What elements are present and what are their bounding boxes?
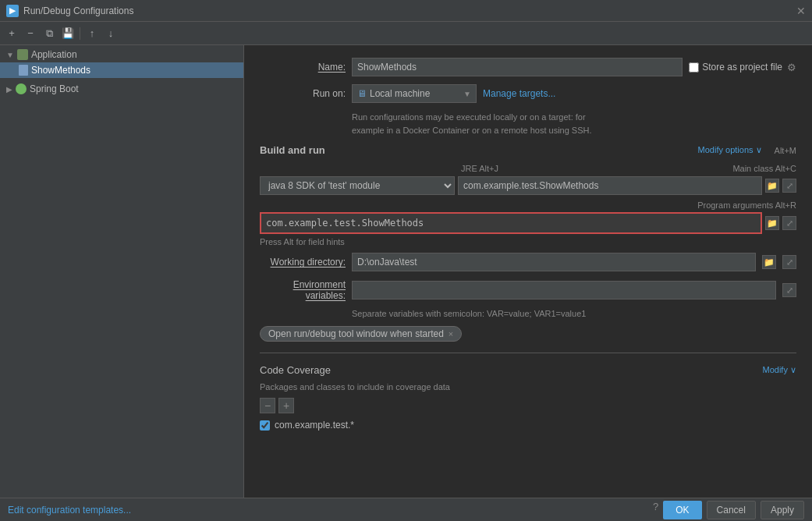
env-vars-label: Environment variables: (260, 279, 346, 301)
store-project-checkbox-label[interactable]: Store as project file (689, 62, 782, 73)
move-down-button[interactable]: ↓ (102, 25, 119, 42)
working-dir-label: Working directory: (260, 257, 346, 268)
env-vars-input[interactable] (352, 281, 776, 299)
add-config-button[interactable]: + (3, 25, 20, 42)
program-args-hint: Program arguments Alt+R (697, 200, 796, 210)
modify-options-hint: Alt+M (775, 146, 796, 155)
bottom-bar: Edit configuration templates... ? OK Can… (0, 498, 812, 521)
remove-config-button[interactable]: − (22, 25, 39, 42)
main-class-hint: Main class Alt+C (732, 164, 796, 175)
manage-targets-link[interactable]: Manage targets... (483, 88, 555, 99)
computer-icon: 🖥 (357, 88, 367, 99)
divider (260, 353, 796, 353)
sidebar-item-springboot[interactable]: ▶ Spring Boot (0, 81, 243, 97)
run-desc-line2: example in a Docker Container or on a re… (352, 126, 592, 135)
run-on-label: Run on: (260, 88, 346, 99)
sidebar-item-showmethods[interactable]: ShowMethods (0, 62, 243, 78)
content-area: Name: Store as project file ⚙ Run on: 🖥 … (244, 45, 812, 498)
coverage-item-checkbox[interactable] (260, 420, 270, 431)
name-input[interactable] (352, 58, 683, 76)
tag-close-button[interactable]: × (449, 329, 453, 338)
build-run-area: JRE Alt+J Main class Alt+C java 8 SDK of… (260, 164, 796, 342)
env-sep-hint: Separate variables with semicolon: VAR=v… (352, 309, 796, 318)
main-class-input[interactable] (458, 176, 762, 195)
toolbar: + − ⧉ 💾 ↑ ↓ (0, 22, 812, 45)
sidebar: ▼ Application ShowMethods ▶ Spring Boot (0, 45, 244, 498)
run-on-value: Local machine (370, 88, 460, 99)
save-config-button[interactable]: 💾 (59, 25, 76, 42)
build-run-title: Build and run (260, 144, 325, 156)
sidebar-springboot-label: Spring Boot (30, 83, 79, 94)
coverage-remove-button[interactable]: − (260, 398, 275, 413)
program-args-input[interactable] (260, 212, 762, 234)
store-as-project-row: Store as project file ⚙ (689, 62, 796, 73)
help-icon[interactable]: ? (653, 501, 658, 519)
cancel-button[interactable]: Cancel (707, 501, 756, 519)
code-coverage-header: Code Coverage Modify ∨ (260, 364, 796, 376)
edit-templates-link[interactable]: Edit configuration templates... (8, 505, 131, 516)
build-run-header: Build and run Modify options ∨ Alt+M (260, 144, 796, 156)
run-description: Run configurations may be executed local… (352, 111, 796, 136)
application-icon (17, 49, 28, 60)
coverage-item-label: com.example.test.* (275, 420, 354, 431)
coverage-desc: Packages and classes to include in cover… (260, 382, 796, 392)
sdk-select[interactable]: java 8 SDK of 'test' module (260, 176, 455, 195)
modify-options-link[interactable]: Modify options ∨ (698, 145, 762, 155)
close-button[interactable]: ✕ (796, 5, 806, 17)
sidebar-application-label: Application (31, 49, 77, 60)
dialog-title: Run/Debug Configurations (23, 5, 133, 16)
store-project-label: Store as project file (702, 62, 782, 73)
working-dir-folder-icon[interactable]: 📁 (762, 255, 776, 269)
chevron-right-icon: ▶ (6, 85, 12, 94)
run-desc-line1: Run configurations may be executed local… (352, 112, 586, 122)
move-up-button[interactable]: ↑ (83, 25, 101, 42)
sidebar-showmethods-label: ShowMethods (31, 65, 90, 76)
main-class-folder-icon[interactable]: 📁 (765, 179, 779, 193)
coverage-controls: − + (260, 398, 796, 413)
working-dir-expand-icon[interactable]: ⤢ (782, 255, 796, 269)
ok-button[interactable]: OK (663, 501, 701, 519)
dropdown-arrow-icon: ▼ (463, 90, 471, 98)
file-icon (19, 65, 28, 76)
jre-hint: JRE Alt+J (461, 164, 498, 173)
main-class-expand-icon[interactable]: ⤢ (782, 179, 796, 193)
coverage-item: com.example.test.* (260, 418, 796, 432)
store-project-checkbox[interactable] (689, 62, 699, 73)
app-icon: ▶ (6, 5, 19, 17)
env-vars-expand-icon[interactable]: ⤢ (782, 283, 796, 297)
env-vars-row: Environment variables: ⤢ (260, 279, 796, 301)
code-coverage-title: Code Coverage (260, 364, 331, 376)
title-bar: ▶ Run/Debug Configurations ✕ (0, 0, 812, 22)
bottom-buttons: ? OK Cancel Apply (653, 501, 804, 519)
working-dir-row: Working directory: 📁 ⤢ (260, 253, 796, 271)
copy-config-button[interactable]: ⧉ (41, 25, 58, 42)
main-layout: ▼ Application ShowMethods ▶ Spring Boot … (0, 45, 812, 498)
open-debug-label: Open run/debug tool window when started (268, 328, 444, 339)
working-dir-input[interactable] (352, 253, 756, 271)
open-debug-tag: Open run/debug tool window when started … (260, 326, 462, 342)
coverage-modify-link[interactable]: Modify ∨ (763, 365, 796, 375)
gear-icon[interactable]: ⚙ (787, 62, 796, 73)
run-on-select[interactable]: 🖥 Local machine ▼ (352, 84, 477, 103)
sdk-mainclass-row: java 8 SDK of 'test' module 📁 ⤢ (260, 176, 796, 195)
sidebar-application-section: ▼ Application ShowMethods (0, 45, 243, 80)
sidebar-springboot-section: ▶ Spring Boot (0, 80, 243, 98)
spring-icon (16, 83, 27, 94)
sidebar-item-application[interactable]: ▼ Application (0, 47, 243, 62)
toolbar-separator (80, 27, 80, 40)
name-label: Name: (260, 62, 346, 73)
apply-button[interactable]: Apply (761, 501, 804, 519)
args-folder-icon[interactable]: 📁 (765, 216, 779, 230)
coverage-add-button[interactable]: + (278, 398, 294, 413)
chevron-down-icon: ▼ (6, 51, 14, 59)
run-on-row: Run on: 🖥 Local machine ▼ Manage targets… (260, 84, 796, 103)
args-expand-icon[interactable]: ⤢ (782, 216, 796, 230)
press-hint: Press Alt for field hints (260, 237, 796, 246)
name-row: Name: Store as project file ⚙ (260, 58, 796, 76)
